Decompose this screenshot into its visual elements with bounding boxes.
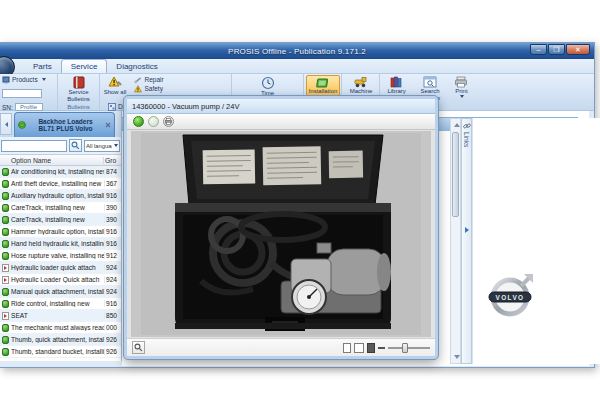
option-group-number: 924	[104, 264, 121, 271]
document-type-icon	[2, 300, 9, 308]
safety-button[interactable]: Safety	[134, 84, 184, 93]
table-row[interactable]: Air conditioning kit, installing new 874	[0, 166, 121, 178]
option-name: CareTrack, installing new	[11, 204, 104, 211]
document-type-icon	[2, 324, 9, 332]
image-viewer-titlebar[interactable]: 14360000 - Vacuum pump / 24V	[127, 99, 435, 114]
option-name: Air conditioning kit, installing new	[11, 168, 104, 175]
warning-triangle-icon	[134, 85, 142, 93]
option-group-number: 926	[104, 336, 121, 343]
scrollbar-thumb[interactable]	[452, 132, 459, 217]
content-vertical-scrollbar[interactable]	[450, 118, 461, 364]
table-row[interactable]: Thumb, standard bucket, installing new 9…	[0, 346, 121, 358]
screenshot-root: PROSIS Offline - Publication 9.171.2 – ❐…	[0, 0, 600, 412]
printer-icon	[165, 118, 172, 125]
table-row[interactable]: SEAT 850	[0, 310, 121, 322]
table-row[interactable]: Hose rupture valve, installing new 912	[0, 250, 121, 262]
tab-service[interactable]: Service	[61, 59, 108, 73]
group-label-profile: Profile	[0, 104, 57, 110]
service-bulletins-button[interactable]: Service Bulletins	[62, 75, 96, 102]
tab-scroller-button[interactable]	[0, 113, 12, 135]
language-filter-value: All languages	[86, 143, 112, 149]
options-table-header[interactable]: Option Name Gro	[0, 154, 121, 166]
table-row[interactable]: The mechanic must always read the inst 0…	[0, 322, 121, 334]
product-input[interactable]	[2, 89, 42, 98]
option-name: Hand held hydraulic kit, installing new	[11, 240, 104, 247]
table-row[interactable]: Anti theft device, installing new 367	[0, 178, 121, 190]
print-button[interactable]: Print	[449, 75, 473, 102]
document-type-icon	[2, 276, 9, 284]
chevron-down-icon	[460, 95, 464, 98]
publication-tab-line1: Backhoe Loaders	[29, 118, 102, 126]
document-type-icon	[2, 312, 9, 320]
products-dropdown[interactable]: Products	[2, 75, 55, 84]
active-publication-tab[interactable]: Backhoe Loaders BL71 PLUS Volvo	[14, 112, 115, 137]
search-input[interactable]	[1, 140, 67, 152]
option-name: Hammer hydraulic option, installing new	[11, 228, 104, 235]
fit-to-window-button[interactable]	[133, 116, 144, 127]
publication-icon	[18, 121, 26, 129]
option-name: Hydraulic loader quick attach	[11, 264, 104, 271]
scroll-up-icon[interactable]	[454, 123, 460, 127]
option-name: Anti theft device, installing new	[11, 180, 104, 187]
zoom-slider-thumb[interactable]	[402, 343, 408, 353]
option-group-number: 924	[104, 288, 121, 295]
option-group-number: 367	[104, 180, 121, 187]
option-name: The mechanic must always read the inst	[11, 324, 104, 331]
image-viewer-window: 14360000 - Vacuum pump / 24V	[124, 96, 438, 359]
table-row[interactable]: Hydraulic Loader Quick attach 924	[0, 274, 121, 286]
column-option-name[interactable]: Option Name	[0, 157, 103, 164]
tab-diagnostics[interactable]: Diagnostics	[107, 60, 166, 73]
table-row[interactable]: Hammer hydraulic option, installing new …	[0, 226, 121, 238]
zoom-tool-button[interactable]	[132, 341, 145, 354]
zoom-slider[interactable]	[388, 347, 430, 349]
option-name: Thumb, quick attachment, installing new	[11, 336, 104, 343]
table-row[interactable]: Ride control, installing new 916	[0, 298, 121, 310]
image-viewer-title: 14360000 - Vacuum pump / 24V	[132, 102, 239, 111]
option-group-number: 390	[104, 216, 121, 223]
language-filter-select[interactable]: All languages	[84, 140, 120, 152]
repair-button[interactable]: Repair	[134, 75, 184, 84]
red-book-icon	[72, 76, 86, 89]
option-name: SEAT	[11, 312, 104, 319]
document-type-icon	[2, 228, 9, 236]
image-viewport[interactable]	[127, 130, 435, 338]
warning-tools-icon	[108, 76, 123, 89]
table-row[interactable]: Hydraulic loader quick attach 924	[0, 262, 121, 274]
search-button[interactable]	[69, 139, 82, 152]
table-row[interactable]: Auxiliary hydraulic option, installing n…	[0, 190, 121, 202]
facing-pages-view-icon[interactable]	[354, 343, 364, 353]
window-titlebar[interactable]: PROSIS Offline - Publication 9.171.2 – ❐…	[0, 43, 594, 59]
links-label: Links	[463, 132, 470, 147]
close-button[interactable]: ✕	[566, 44, 590, 55]
thumbnail-view-icon[interactable]	[367, 343, 375, 353]
table-row[interactable]: Manual quick attachment, installing new …	[0, 286, 121, 298]
minimize-button[interactable]: –	[530, 44, 547, 55]
volvo-logo: VOLVO	[488, 271, 536, 319]
option-group-number: 912	[104, 252, 121, 259]
chevron-down-icon	[42, 78, 46, 81]
document-type-icon	[2, 240, 9, 248]
close-tab-icon[interactable]	[105, 122, 111, 128]
scroll-down-icon[interactable]	[454, 355, 460, 359]
actual-size-button[interactable]	[148, 116, 159, 127]
magnifier-icon	[134, 343, 143, 352]
tab-parts[interactable]: Parts	[24, 60, 61, 73]
link-icon	[463, 122, 471, 130]
clock-icon	[261, 76, 275, 90]
column-group[interactable]: Gro	[103, 157, 121, 164]
document-type-icon	[2, 192, 9, 200]
library-books-icon	[390, 76, 403, 88]
maximize-button[interactable]: ❐	[548, 44, 565, 55]
table-row[interactable]: Hand held hydraulic kit, installing new …	[0, 238, 121, 250]
option-group-number: 924	[104, 276, 121, 283]
zoom-out-icon[interactable]	[378, 347, 385, 349]
table-row[interactable]: Thumb, quick attachment, installing new …	[0, 334, 121, 346]
option-name: Ride control, installing new	[11, 300, 104, 307]
single-page-view-icon[interactable]	[343, 343, 351, 353]
print-image-button[interactable]	[163, 116, 174, 127]
table-row[interactable]: CareTrack, installing new 390	[0, 214, 121, 226]
table-row[interactable]: CareTrack, installing new 390	[0, 202, 121, 214]
links-side-tab[interactable]: Links	[461, 118, 472, 364]
expand-panel-icon[interactable]	[465, 227, 469, 233]
document-type-icon	[2, 252, 9, 260]
